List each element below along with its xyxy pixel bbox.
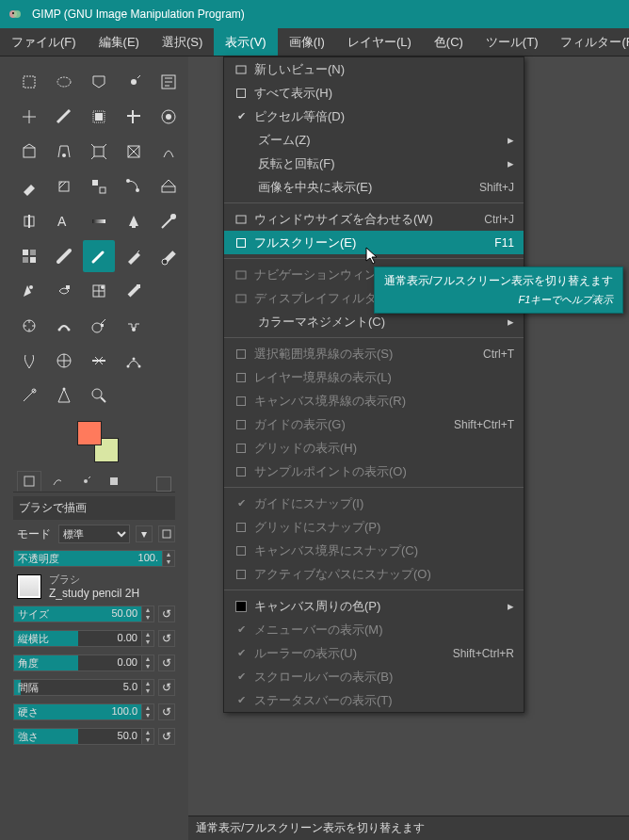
view-menu-item-4[interactable]: 反転と回転(F)▸ — [224, 152, 524, 175]
view-menu-item-28[interactable]: ✔ルーラーの表示(U)Shift+Ctrl+R — [224, 641, 524, 665]
view-menu-item-23[interactable]: キャンバス境界にスナップ(C) — [224, 539, 524, 562]
hardness-reset-icon[interactable]: ↺ — [158, 703, 175, 720]
tool-button-10[interactable] — [13, 136, 45, 168]
tool-button-30[interactable] — [13, 275, 45, 307]
color-swatches[interactable] — [77, 421, 119, 462]
view-menu-item-16[interactable]: キャンバス境界線の表示(R) — [224, 389, 524, 412]
spacing-slider[interactable]: 間隔5.0 — [13, 679, 142, 696]
view-menu-item-2[interactable]: ✔ピクセル等倍(D) — [224, 105, 524, 128]
spacing-stepper[interactable]: ▲▼ — [141, 679, 154, 696]
swatch-foreground[interactable] — [77, 421, 102, 445]
tool-button-45[interactable] — [13, 380, 45, 412]
tool-button-6[interactable] — [48, 101, 80, 133]
brush-preview-icon[interactable] — [17, 574, 41, 599]
tool-button-9[interactable] — [153, 101, 185, 133]
mode-extra-icon[interactable] — [158, 525, 175, 542]
size-stepper[interactable]: ▲▼ — [141, 606, 154, 622]
view-menu-item-7[interactable]: ウィンドウサイズを合わせる(W)Ctrl+J — [224, 207, 524, 231]
tool-button-25[interactable] — [13, 240, 45, 272]
tool-button-24[interactable] — [153, 205, 185, 237]
view-menu-item-24[interactable]: アクティブなパスにスナップ(O) — [224, 562, 524, 586]
dock-tab-4[interactable] — [102, 471, 126, 492]
aspect-stepper[interactable]: ▲▼ — [141, 630, 154, 647]
menu-file[interactable]: ファイル(F) — [0, 28, 88, 56]
tool-button-42[interactable] — [83, 345, 115, 377]
tool-button-4[interactable] — [153, 66, 185, 98]
opacity-slider[interactable]: 不透明度100. — [13, 550, 163, 567]
tool-button-7[interactable] — [83, 101, 115, 133]
tool-button-40[interactable] — [13, 345, 45, 377]
tool-button-27[interactable] — [83, 240, 115, 272]
dock-tab-2[interactable] — [45, 471, 70, 492]
tool-button-19[interactable] — [153, 170, 185, 202]
view-menu-item-1[interactable]: すべて表示(H) — [224, 81, 524, 105]
dock-tab-tool-options[interactable] — [17, 471, 41, 492]
tool-button-43[interactable] — [118, 345, 150, 377]
tool-button-17[interactable] — [83, 170, 115, 202]
view-menu-item-8[interactable]: フルスクリーン(E)F11 — [224, 231, 524, 254]
view-menu-item-0[interactable]: 新しいビュー(N) — [224, 57, 524, 81]
tool-button-32[interactable] — [83, 275, 115, 307]
menu-select[interactable]: 選択(S) — [151, 28, 214, 56]
view-menu-item-3[interactable]: ズーム(Z)▸ — [224, 128, 524, 152]
tool-button-5[interactable] — [13, 101, 45, 133]
angle-slider[interactable]: 角度0.00 — [13, 654, 142, 671]
view-menu-item-22[interactable]: グリッドにスナップ(P) — [224, 515, 524, 539]
tool-button-11[interactable] — [48, 136, 80, 168]
view-menu-item-18[interactable]: グリッドの表示(H) — [224, 436, 524, 460]
tool-button-2[interactable] — [83, 66, 115, 98]
view-menu-item-17[interactable]: ガイドの表示(G)Shift+Ctrl+T — [224, 412, 524, 436]
tool-button-13[interactable] — [118, 136, 150, 168]
menu-colors[interactable]: 色(C) — [423, 28, 475, 56]
mode-menu-icon[interactable]: ▾ — [136, 525, 153, 542]
tool-button-0[interactable] — [13, 66, 45, 98]
tool-button-26[interactable] — [48, 240, 80, 272]
tool-button-28[interactable] — [118, 240, 150, 272]
tool-button-41[interactable] — [48, 345, 80, 377]
tool-button-29[interactable] — [153, 240, 185, 272]
size-reset-icon[interactable]: ↺ — [158, 606, 175, 622]
aspect-slider[interactable]: 縦横比0.00 — [13, 630, 142, 647]
tool-button-3[interactable] — [118, 66, 150, 98]
view-menu-item-21[interactable]: ✔ガイドにスナップ(I) — [224, 492, 524, 515]
size-slider[interactable]: サイズ50.00 — [13, 606, 142, 622]
force-reset-icon[interactable]: ↺ — [158, 728, 175, 745]
menu-edit[interactable]: 編集(E) — [88, 28, 151, 56]
tool-button-37[interactable] — [83, 310, 115, 342]
force-slider[interactable]: 強さ50.0 — [13, 728, 142, 745]
tool-button-21[interactable]: A — [48, 205, 80, 237]
tool-button-8[interactable] — [118, 101, 150, 133]
tool-button-38[interactable] — [118, 310, 150, 342]
menu-image[interactable]: 画像(I) — [278, 28, 336, 56]
tool-button-36[interactable] — [48, 310, 80, 342]
view-menu-item-26[interactable]: キャンバス周りの色(P)▸ — [224, 594, 524, 618]
tool-button-46[interactable] — [48, 380, 80, 412]
tool-button-23[interactable] — [118, 205, 150, 237]
tool-button-33[interactable] — [118, 275, 150, 307]
tool-button-12[interactable] — [83, 136, 115, 168]
force-stepper[interactable]: ▲▼ — [141, 728, 154, 745]
view-menu-item-15[interactable]: レイヤー境界線の表示(L) — [224, 365, 524, 389]
opacity-stepper[interactable]: ▲▼ — [162, 550, 175, 567]
hardness-stepper[interactable]: ▲▼ — [141, 703, 154, 720]
view-menu-item-27[interactable]: ✔メニューバーの表示(M) — [224, 618, 524, 641]
view-menu-item-5[interactable]: 画像を中央に表示(E)Shift+J — [224, 175, 524, 199]
angle-stepper[interactable]: ▲▼ — [141, 654, 154, 671]
menu-filters[interactable]: フィルター(R) — [549, 28, 629, 56]
tool-button-20[interactable] — [13, 205, 45, 237]
tool-button-31[interactable] — [48, 275, 80, 307]
menu-view[interactable]: 表示(V) — [214, 28, 277, 56]
aspect-reset-icon[interactable]: ↺ — [158, 630, 175, 647]
tool-button-18[interactable] — [118, 170, 150, 202]
view-menu-item-14[interactable]: 選択範囲境界線の表示(S)Ctrl+T — [224, 342, 524, 365]
tool-button-35[interactable] — [13, 310, 45, 342]
angle-reset-icon[interactable]: ↺ — [158, 654, 175, 671]
dock-configure-button[interactable] — [156, 477, 171, 492]
view-menu-item-30[interactable]: ✔ステータスバーの表示(T) — [224, 688, 524, 712]
menu-layer[interactable]: レイヤー(L) — [336, 28, 423, 56]
tool-button-14[interactable] — [153, 136, 185, 168]
menu-tools[interactable]: ツール(T) — [475, 28, 550, 56]
tool-button-16[interactable] — [48, 170, 80, 202]
mode-select[interactable]: 標準 — [58, 525, 130, 543]
view-menu-item-29[interactable]: ✔スクロールバーの表示(B) — [224, 665, 524, 688]
